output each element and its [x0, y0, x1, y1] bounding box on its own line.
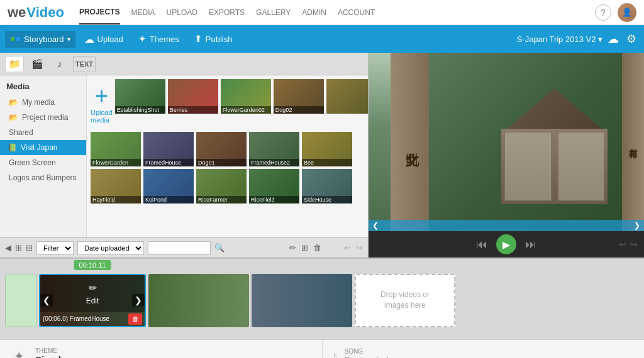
- filter-select[interactable]: Filter: [36, 241, 74, 255]
- nav-account[interactable]: ACCOUNT: [338, 8, 375, 17]
- theme-section[interactable]: ✦ THEME Simple: [0, 340, 323, 358]
- publish-icon: ⬆: [194, 33, 203, 45]
- nav-right: ? 👤: [595, 3, 636, 22]
- logo[interactable]: we Video: [8, 4, 64, 21]
- thumb-bee: Bee: [302, 132, 352, 166]
- nav-projects[interactable]: PROJECTS: [79, 0, 120, 24]
- skip-forward-btn[interactable]: ⏭: [525, 238, 536, 251]
- sidebar-item-shared[interactable]: Shared: [0, 125, 86, 140]
- grid-icon[interactable]: ⊞: [301, 243, 308, 252]
- media-item-dog02[interactable]: Dog02: [274, 79, 324, 114]
- media-item-extra1[interactable]: [326, 79, 368, 114]
- dropdown-arrow: ▾: [67, 36, 70, 43]
- redo-preview-icon[interactable]: ↪: [630, 239, 638, 249]
- thumb-rice-farmer: RiceFarmer: [196, 169, 247, 203]
- left-panel: 📁 🎬 ♪ TEXT Media 📂 My media 📂 Project me…: [0, 53, 369, 258]
- undo-preview-icon[interactable]: ↩: [619, 239, 626, 249]
- play-btn[interactable]: ▶: [496, 234, 516, 254]
- sidebar-item-my-media[interactable]: 📂 My media: [0, 95, 86, 110]
- cloud-save-icon[interactable]: ☁: [605, 30, 621, 48]
- project-media-label: Project media: [22, 113, 68, 122]
- nav-media[interactable]: MEDIA: [131, 8, 155, 17]
- media-section-header: Media: [0, 79, 86, 95]
- media-item-berries[interactable]: Berries: [168, 79, 218, 114]
- skip-back-btn[interactable]: ⏮: [476, 238, 487, 251]
- audio-section[interactable]: ♪ SONG Drop audio here: [323, 340, 645, 358]
- sidebar-item-project-media[interactable]: 📂 Project media: [0, 110, 86, 125]
- nav-links: PROJECTS MEDIA UPLOAD EXPORTS GALLERY AD…: [79, 0, 375, 24]
- audio-value: Drop audio here: [345, 355, 403, 359]
- nav-gallery[interactable]: GALLERY: [256, 8, 291, 17]
- preview-panel: 文化財 白川村教育 ❮ ❯: [369, 53, 644, 258]
- media-item-rice-farmer[interactable]: RiceFarmer: [196, 169, 247, 203]
- preview-house-shape: [479, 89, 630, 205]
- themes-btn[interactable]: ✦ Themes: [132, 30, 186, 48]
- thumb-rice-field: RiceField: [249, 169, 299, 203]
- folder-icon: 📂: [9, 98, 18, 107]
- media-item-side-house[interactable]: SideHouse: [302, 169, 352, 203]
- media-item-flower-garden[interactable]: FlowerGarden: [91, 132, 141, 166]
- theme-text: THEME Simple: [35, 347, 66, 359]
- storyboard-grid-icon: [10, 37, 21, 41]
- media-item-framed-house[interactable]: FramedHouse: [143, 132, 194, 166]
- redo-icon[interactable]: ↪: [356, 243, 363, 252]
- sidebar-item-logos-bumpers[interactable]: Logos and Bumpers: [0, 170, 86, 185]
- media-item-bee[interactable]: Bee: [302, 132, 352, 166]
- publish-btn[interactable]: ⬆ Publish: [188, 30, 239, 48]
- project-name-area[interactable]: S-Japan Trip 2013 V2 ▾: [517, 35, 602, 44]
- date-sort-select[interactable]: Date uploaded: [77, 241, 144, 255]
- theme-audio-bar: ✦ THEME Simple ♪ SONG Drop audio here: [0, 339, 644, 358]
- tab-media-music[interactable]: ♪: [50, 56, 69, 72]
- media-item-flower-garden02[interactable]: FlowerGarden02: [221, 79, 271, 114]
- upload-btn[interactable]: ☁ Upload: [78, 30, 130, 49]
- main-content: 📁 🎬 ♪ TEXT Media 📂 My media 📂 Project me…: [0, 53, 644, 258]
- timeline-active-clip[interactable]: 00:10:11 ❮ ❯ ✏ Edit (00:06.0) FramedHous…: [39, 274, 146, 327]
- view-toggle-1[interactable]: ⊞: [15, 243, 22, 252]
- my-media-label: My media: [22, 98, 55, 107]
- clip-delete-btn[interactable]: 🗑: [128, 313, 142, 325]
- media-item-establishing-shot[interactable]: EstablishingShot: [115, 79, 165, 114]
- filter-bar: ◀ ⊞ ⊟ Filter Date uploaded 🔍 ✏ ⊞ 🗑 ↩ ↪: [0, 237, 368, 258]
- media-search-input[interactable]: [148, 241, 211, 255]
- nav-admin[interactable]: ADMIN: [302, 8, 326, 17]
- undo-icon[interactable]: ↩: [344, 243, 351, 252]
- sidebar-item-visit-japan[interactable]: 📗 Visit Japan: [0, 140, 86, 155]
- help-circle-icon[interactable]: ?: [595, 4, 611, 21]
- thumb-flower-garden: FlowerGarden: [91, 132, 141, 166]
- clip-nav-right[interactable]: ❯: [132, 294, 145, 306]
- settings-icon[interactable]: ⚙: [624, 30, 639, 48]
- timeline-clip-2[interactable]: [148, 274, 249, 327]
- timeline-placeholder-left: [5, 274, 36, 327]
- media-row-3: HayField KoiPond RiceFarmer: [91, 169, 364, 203]
- themes-label: Themes: [150, 35, 179, 44]
- tab-media-video[interactable]: 🎬: [28, 56, 47, 72]
- search-magnifier-icon: 🔍: [214, 243, 225, 252]
- theme-icon: ✦: [9, 346, 29, 359]
- media-item-koi-pond[interactable]: KoiPond: [143, 169, 194, 203]
- upload-media-btn[interactable]: + Upload media: [91, 79, 113, 129]
- audio-text: SONG Drop audio here: [345, 348, 403, 359]
- storyboard-btn[interactable]: Storyboard ▾: [5, 31, 75, 48]
- media-item-hay-field[interactable]: HayField: [91, 169, 141, 203]
- timeline-clip-3[interactable]: [252, 274, 352, 327]
- bracket-left-icon: ❮: [369, 221, 382, 230]
- nav-exports[interactable]: EXPORTS: [209, 8, 245, 17]
- scroll-left-btn[interactable]: ◀: [5, 243, 11, 252]
- tab-media-text[interactable]: TEXT: [73, 56, 96, 72]
- clip-nav-left[interactable]: ❮: [40, 294, 53, 306]
- trash-icon[interactable]: 🗑: [313, 243, 321, 252]
- media-item-rice-field[interactable]: RiceField: [249, 169, 299, 203]
- pencil-edit-icon: ✏: [89, 282, 97, 294]
- nav-upload[interactable]: UPLOAD: [167, 8, 197, 17]
- view-toggle-2[interactable]: ⊟: [26, 243, 33, 252]
- upload-media-label: Upload media: [91, 109, 113, 124]
- sidebar-item-green-screen[interactable]: Green Screen: [0, 155, 86, 170]
- media-item-framed-house2[interactable]: FramedHouse2: [249, 132, 299, 166]
- media-item-dog01[interactable]: Dog01: [196, 132, 247, 166]
- timeline-drop-zone[interactable]: Drop videos orimages here: [355, 274, 455, 327]
- preview-pillar: 文化財: [391, 53, 435, 231]
- tab-media-folder[interactable]: 📁: [5, 56, 24, 72]
- pencil-icon[interactable]: ✏: [289, 243, 296, 252]
- timeline-clips-row: 00:10:11 ❮ ❯ ✏ Edit (00:06.0) FramedHous…: [0, 259, 644, 339]
- user-avatar[interactable]: 👤: [618, 3, 636, 22]
